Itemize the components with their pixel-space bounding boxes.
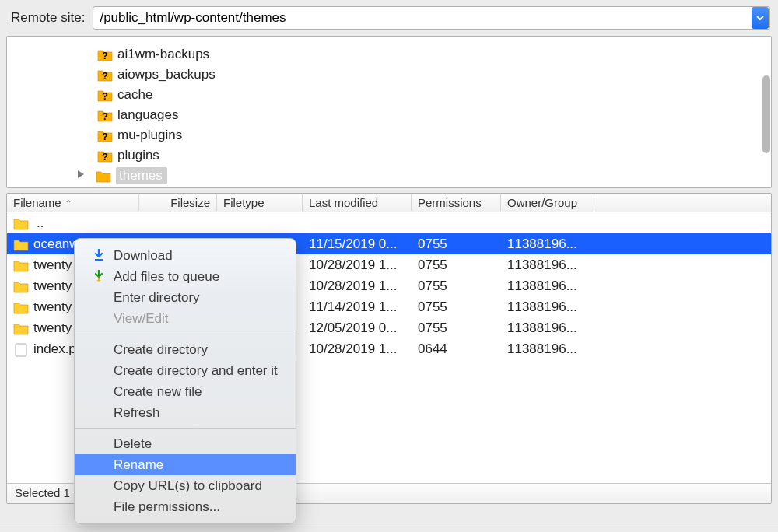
tree-item-label: plugins — [117, 148, 159, 163]
folder-icon — [13, 280, 29, 292]
tree-item[interactable]: cache — [7, 85, 771, 105]
tree-item-label: mu-plugins — [117, 128, 182, 143]
file-name: twenty — [33, 299, 72, 315]
menu-item-label: Rename — [114, 457, 163, 473]
menu-item-label: Add files to queue — [114, 269, 219, 285]
menu-item-label: Create new file — [114, 384, 202, 400]
file-owner: 11388196... — [501, 320, 594, 336]
folder-icon — [13, 259, 29, 271]
folder-unknown-icon — [97, 129, 113, 142]
tree-item[interactable]: ai1wm-backups — [7, 44, 771, 65]
file-name: twenty — [33, 257, 72, 273]
tree-item-themes[interactable]: themes — [7, 166, 771, 186]
tree-item-label: aiowps_backups — [117, 67, 216, 82]
tree-item-label: languages — [117, 107, 178, 123]
file-permissions: 0755 — [412, 320, 501, 336]
file-permissions: 0755 — [412, 278, 501, 294]
file-permissions: 0644 — [412, 341, 501, 357]
context-menu: DownloadAdd files to queueEnter director… — [74, 238, 296, 524]
menu-item-create-directory[interactable]: Create directory — [75, 339, 296, 360]
menu-item-create-new-file[interactable]: Create new file — [75, 381, 296, 402]
folder-unknown-icon — [97, 48, 113, 61]
add-queue-icon — [92, 270, 106, 284]
menu-item-file-permissions[interactable]: File permissions... — [75, 496, 296, 517]
menu-item-enter-directory[interactable]: Enter directory — [75, 287, 296, 308]
folder-unknown-icon — [97, 109, 113, 121]
col-filesize[interactable]: Filesize — [139, 194, 217, 211]
path-dropdown-button[interactable] — [752, 7, 769, 29]
file-list-header: Filename⌃ Filesize Filetype Last modifie… — [7, 194, 771, 212]
file-permissions: 0755 — [412, 236, 501, 252]
menu-item-add-files-to-queue[interactable]: Add files to queue — [75, 266, 296, 287]
parent-dir-label: .. — [33, 215, 44, 231]
col-filename[interactable]: Filename⌃ — [7, 194, 139, 211]
file-name: twenty — [33, 278, 72, 294]
file-owner: 11388196... — [501, 257, 594, 273]
file-name: twenty — [33, 320, 72, 336]
tree-item[interactable]: languages — [7, 105, 771, 125]
tree-item-label: cache — [117, 87, 152, 103]
file-modified: 10/28/2019 1... — [303, 257, 412, 273]
folder-icon — [96, 170, 111, 182]
col-permissions[interactable]: Permissions — [412, 194, 501, 211]
menu-item-download[interactable]: Download — [75, 245, 296, 266]
menu-item-label: Download — [114, 248, 173, 264]
menu-item-label: Delete — [114, 436, 152, 452]
col-modified[interactable]: Last modified — [303, 194, 412, 211]
folder-unknown-icon — [97, 68, 113, 81]
menu-item-refresh[interactable]: Refresh — [75, 402, 296, 423]
file-icon — [13, 343, 29, 355]
menu-item-label: Copy URL(s) to clipboard — [114, 478, 262, 494]
folder-unknown-icon — [97, 149, 113, 162]
col-filetype[interactable]: Filetype — [217, 194, 303, 211]
file-modified: 11/14/2019 1... — [303, 299, 412, 315]
menu-item-label: File permissions... — [114, 499, 220, 515]
remote-path-field[interactable] — [93, 6, 770, 30]
menu-item-label: Enter directory — [114, 290, 200, 306]
tree-item[interactable]: mu-plugins — [7, 125, 771, 145]
col-owner[interactable]: Owner/Group — [501, 194, 594, 211]
menu-separator — [75, 428, 296, 429]
file-owner: 11388196... — [501, 236, 594, 252]
parent-dir-row[interactable]: .. — [7, 212, 771, 233]
menu-separator — [75, 334, 296, 334]
folder-icon — [13, 238, 29, 250]
expander-icon[interactable] — [75, 168, 86, 184]
menu-item-label: View/Edit — [114, 311, 169, 327]
tree-item[interactable]: aiowps_backups — [7, 65, 771, 85]
file-modified: 10/28/2019 1... — [303, 278, 412, 294]
file-name: oceanw — [33, 236, 79, 252]
file-owner: 11388196... — [501, 299, 594, 315]
bottom-divider — [0, 527, 778, 527]
menu-item-create-directory-and-enter-it[interactable]: Create directory and enter it — [75, 360, 296, 381]
tree-scrollbar[interactable] — [762, 75, 770, 153]
folder-icon — [13, 322, 29, 334]
file-modified: 11/15/2019 0... — [303, 236, 412, 252]
file-name: index.p — [33, 341, 76, 357]
remote-path-input[interactable] — [93, 7, 752, 29]
directory-tree-pane: ai1wm-backupsaiowps_backupscachelanguage… — [6, 36, 772, 188]
menu-item-rename[interactable]: Rename — [75, 454, 296, 475]
tree-item-label: ai1wm-backups — [117, 47, 209, 62]
tree-item-label: themes — [116, 167, 167, 184]
file-permissions: 0755 — [412, 257, 501, 273]
menu-item-copy-url-s-to-clipboard[interactable]: Copy URL(s) to clipboard — [75, 475, 296, 496]
menu-item-label: Create directory and enter it — [114, 363, 278, 379]
file-owner: 11388196... — [501, 341, 594, 357]
download-icon — [92, 249, 106, 263]
file-modified: 12/05/2019 0... — [303, 320, 412, 336]
sort-asc-icon: ⌃ — [65, 198, 72, 209]
folder-icon — [13, 301, 29, 313]
remote-site-label: Remote site: — [11, 10, 85, 26]
file-modified: 10/28/2019 1... — [303, 341, 412, 357]
folder-unknown-icon — [97, 89, 113, 101]
file-owner: 11388196... — [501, 278, 594, 294]
menu-item-label: Create directory — [114, 342, 208, 358]
menu-item-delete[interactable]: Delete — [75, 433, 296, 454]
menu-item-view-edit: View/Edit — [75, 308, 296, 329]
folder-icon — [13, 217, 29, 229]
tree-item[interactable]: plugins — [7, 145, 771, 166]
remote-site-bar: Remote site: — [0, 0, 778, 36]
menu-item-label: Refresh — [114, 405, 160, 421]
file-permissions: 0755 — [412, 299, 501, 315]
